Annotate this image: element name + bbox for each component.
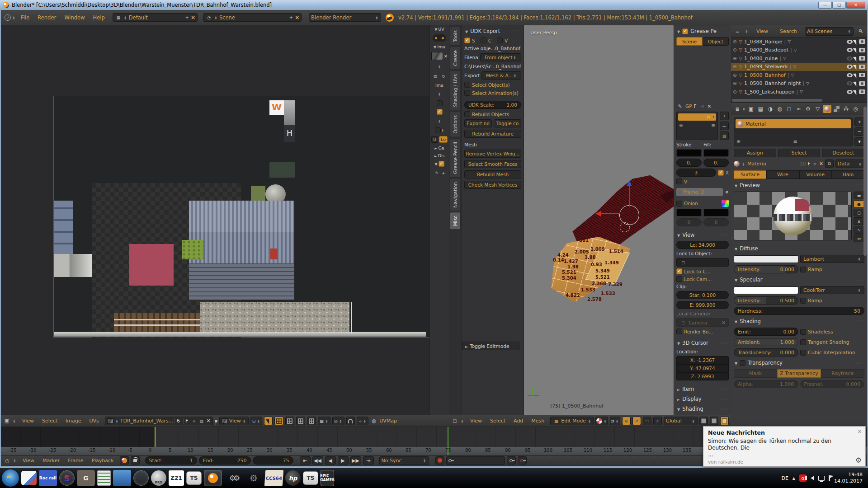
next-keyframe-button[interactable]: ▶▶ bbox=[350, 456, 361, 465]
uv-canvas[interactable]: W H bbox=[1, 25, 449, 415]
image-editor-type-icon[interactable]: ▣ bbox=[3, 418, 10, 425]
info-editor-icon[interactable]: i bbox=[5, 14, 11, 21]
shading-panel-title[interactable]: Shading bbox=[682, 406, 703, 412]
maximize-button[interactable]: ▢ bbox=[832, 2, 846, 9]
particles-tab-icon[interactable]: ⁂ bbox=[842, 105, 850, 113]
manipulator-z-arrowhead[interactable] bbox=[627, 181, 632, 186]
outliner-search-menu[interactable]: Search bbox=[776, 28, 801, 34]
slot-add-icon[interactable]: ⊕ bbox=[736, 139, 741, 145]
object-tab-icon[interactable]: ◻ bbox=[785, 105, 793, 113]
udk-mesh-button[interactable]: Remove Vertex Weig... bbox=[464, 150, 521, 158]
diffuse-ramp-checkbox[interactable] bbox=[800, 267, 806, 272]
properties-scrollbar[interactable] bbox=[863, 107, 867, 256]
lo-button[interactable]: Lo bbox=[439, 136, 448, 143]
outliner-scrollbar[interactable] bbox=[732, 99, 822, 102]
transparency-checkbox[interactable] bbox=[740, 360, 745, 366]
material-tab-icon[interactable] bbox=[823, 105, 831, 113]
gp-stroke-alpha[interactable]: 0. bbox=[676, 159, 702, 167]
menu-item[interactable]: Playback bbox=[87, 458, 118, 464]
visibility-eye-icon[interactable] bbox=[847, 73, 853, 77]
toolshelf-tab[interactable]: Options bbox=[450, 112, 461, 137]
udk-c-checkbox[interactable] bbox=[481, 38, 486, 43]
preview-flat-button[interactable]: ▬ bbox=[854, 192, 864, 199]
jump-to-start-button[interactable]: ⇤ bbox=[300, 456, 311, 465]
image-stack-icon[interactable]: ▤ bbox=[432, 73, 439, 80]
outliner-row[interactable]: ⊕ ▽ 1_500_Lokschuppen | ▽ bbox=[731, 88, 867, 96]
constraints-tab-icon[interactable]: ∞ bbox=[794, 105, 803, 113]
shading-panel-title[interactable]: Shading bbox=[740, 318, 761, 324]
toolshelf-tab[interactable]: Create bbox=[450, 47, 461, 70]
menu-item[interactable]: UVs bbox=[85, 418, 103, 424]
outliner-row[interactable]: ⊕ ▽ 1_0500_Bahnhof | ▽ bbox=[731, 71, 867, 80]
uv-select-face-button[interactable] bbox=[296, 417, 305, 425]
sticky-select-selector[interactable]: ▩ bbox=[318, 417, 330, 425]
action-center-flag-icon[interactable] bbox=[829, 475, 830, 481]
visibility-eye-icon[interactable] bbox=[847, 40, 853, 44]
unlink-icon[interactable]: ✕ bbox=[206, 418, 210, 424]
scene-name[interactable]: Scene bbox=[219, 14, 287, 21]
ga-panel-label[interactable]: Ga bbox=[438, 145, 444, 150]
grease-pencil-checkbox[interactable] bbox=[682, 28, 688, 34]
lock-cursor-checkbox[interactable] bbox=[676, 268, 682, 274]
delete-keyframe-button[interactable] bbox=[518, 456, 527, 465]
u-button[interactable]: U bbox=[431, 136, 438, 143]
renderability-camera-icon[interactable] bbox=[859, 81, 865, 86]
display-panel-title[interactable]: Display bbox=[682, 396, 701, 402]
keying-set-field[interactable] bbox=[446, 456, 505, 465]
notification-popup[interactable]: Neue Nachrichten Simon: Wie sagen die Tü… bbox=[703, 426, 866, 467]
view3d-editor-type-icon[interactable]: ◻ bbox=[451, 418, 458, 425]
gp-frame-field[interactable]: Frame: 2 bbox=[676, 188, 723, 196]
lock-camera-checkbox[interactable] bbox=[676, 276, 682, 282]
transparency-z-tab[interactable]: Z Transparency bbox=[777, 369, 821, 378]
outliner-editor-type-icon[interactable]: ≣ bbox=[734, 28, 741, 35]
preview-sphere-button[interactable]: ● bbox=[854, 200, 864, 208]
train-simulator2-icon[interactable]: TS bbox=[303, 471, 318, 485]
manipulator-circle[interactable] bbox=[619, 205, 639, 225]
udk-mesh-button[interactable]: Check Mesh Vertices bbox=[464, 181, 521, 189]
renderability-camera-icon[interactable] bbox=[859, 39, 865, 44]
diffuse-shader-dropdown[interactable]: Lambert bbox=[800, 255, 864, 263]
language-indicator[interactable]: DE bbox=[781, 475, 788, 481]
udk-rebuild-armature-button[interactable]: Rebuild Armature bbox=[464, 130, 521, 138]
add-icon[interactable]: ＋ bbox=[441, 170, 446, 176]
menu-item[interactable]: Mesh bbox=[527, 418, 548, 424]
toggle-editmode-button[interactable]: Toggle Editmode bbox=[462, 342, 519, 350]
select-mode-edge-button[interactable] bbox=[710, 417, 718, 425]
gimp-icon[interactable]: G bbox=[77, 470, 95, 486]
gp-thickness[interactable]: 3 bbox=[676, 169, 716, 177]
uv-select-vertex-button[interactable] bbox=[274, 417, 283, 425]
toolshelf-tab[interactable]: Shading / UVs bbox=[450, 70, 461, 111]
clip-start-field[interactable]: Star: 0.100 bbox=[676, 291, 729, 299]
slot-remove-button[interactable]: − bbox=[854, 127, 864, 136]
gp-layer-row[interactable]: 🔓• bbox=[678, 113, 716, 121]
texture-atlas-image[interactable]: W H bbox=[53, 96, 432, 338]
gp-pencil-icon[interactable]: ✎ bbox=[676, 103, 684, 110]
fake-user-button[interactable]: F bbox=[183, 418, 190, 424]
transparency-panel-title[interactable]: Transparency bbox=[748, 360, 783, 366]
gp-layer-add-button[interactable]: ＋ bbox=[720, 112, 729, 120]
slot-menu-icon[interactable]: ≡ bbox=[793, 139, 797, 145]
gp-unlink-icon[interactable]: ✕ bbox=[708, 103, 712, 109]
select-mode-vertex-button[interactable] bbox=[699, 417, 708, 425]
manipulator-scale-button[interactable]: ➚ bbox=[653, 417, 662, 425]
udk-mesh-button[interactable]: Select Smooth Faces bbox=[464, 160, 521, 168]
tangent-shading-checkbox[interactable] bbox=[800, 339, 806, 345]
current-frame-marker[interactable] bbox=[448, 427, 448, 455]
specular-intensity-slider[interactable]: Intensity:0.500 bbox=[734, 296, 798, 305]
close-button[interactable]: ✕ bbox=[846, 2, 865, 9]
udk-select-objects-checkbox[interactable] bbox=[464, 82, 470, 88]
grease-pencil-title[interactable]: Grease Pe bbox=[690, 28, 717, 34]
unlink-image-icon[interactable]: ✕ bbox=[444, 54, 448, 59]
properties-editor-type-icon[interactable]: ≣ bbox=[734, 105, 741, 113]
insert-keyframe-button[interactable] bbox=[507, 456, 516, 465]
menu-item[interactable]: Help bbox=[89, 14, 109, 21]
timeline-editor-type-icon[interactable]: ◷ bbox=[4, 457, 11, 464]
playback-range-toggle[interactable] bbox=[120, 456, 129, 465]
gp-v-checkbox[interactable] bbox=[676, 178, 682, 184]
toolshelf-tab[interactable]: Navigation bbox=[450, 178, 461, 211]
material-unlink-icon[interactable]: ✕ bbox=[819, 161, 823, 167]
menu-item[interactable]: Window bbox=[60, 14, 89, 21]
preview-cube-button[interactable]: ◻ bbox=[854, 209, 864, 216]
slot-add-button[interactable]: ＋ bbox=[854, 117, 864, 126]
paint-icon[interactable] bbox=[21, 471, 37, 485]
